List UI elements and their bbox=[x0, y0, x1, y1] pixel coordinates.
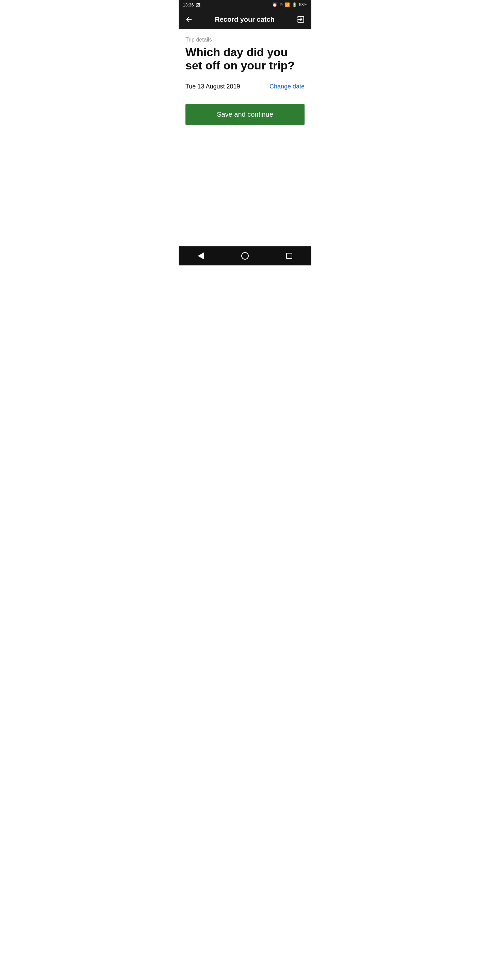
alarm-icon: ⏰ bbox=[272, 2, 277, 7]
status-bar-left: 13:36 🖼 bbox=[183, 2, 200, 8]
date-row: Tue 13 August 2019 Change date bbox=[185, 83, 305, 90]
navbar: Record your catch bbox=[179, 10, 311, 29]
back-button[interactable] bbox=[185, 15, 193, 24]
exit-button[interactable] bbox=[296, 15, 305, 24]
nav-recents-button[interactable] bbox=[279, 247, 299, 266]
status-bar: 13:36 🖼 ⏰ ⊖ 📶 🔋 53% bbox=[179, 0, 311, 10]
nav-home-button[interactable] bbox=[235, 247, 255, 266]
change-date-link[interactable]: Change date bbox=[269, 83, 305, 90]
selected-date: Tue 13 August 2019 bbox=[185, 83, 240, 90]
status-time: 13:36 bbox=[183, 2, 194, 8]
signal-icon: 📶 bbox=[285, 2, 290, 7]
status-bar-right: ⏰ ⊖ 📶 🔋 53% bbox=[272, 2, 307, 7]
battery-icon: 🔋 bbox=[292, 2, 297, 7]
gallery-icon: 🖼 bbox=[196, 2, 200, 8]
home-circle-icon bbox=[241, 252, 249, 259]
back-triangle-icon bbox=[198, 253, 204, 259]
bottom-nav bbox=[179, 247, 311, 266]
nav-back-button[interactable] bbox=[191, 247, 211, 266]
save-continue-button[interactable]: Save and continue bbox=[185, 104, 305, 125]
page-title: Record your catch bbox=[215, 16, 275, 24]
question-heading: Which day did you set off on your trip? bbox=[185, 46, 305, 72]
main-content: Trip details Which day did you set off o… bbox=[179, 29, 311, 247]
recents-square-icon bbox=[286, 253, 292, 259]
battery-percent: 53% bbox=[299, 2, 307, 7]
dnd-icon: ⊖ bbox=[279, 2, 283, 7]
section-label: Trip details bbox=[185, 37, 305, 43]
